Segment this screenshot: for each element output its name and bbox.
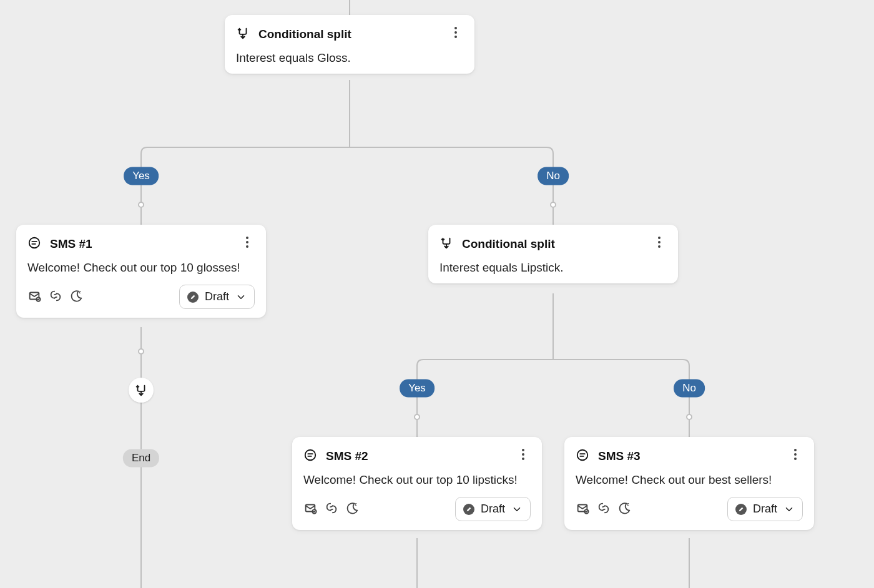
more-icon <box>794 449 797 460</box>
quiet-hours-icon[interactable]: z <box>618 501 632 517</box>
more-options-button[interactable] <box>649 232 669 252</box>
node-port[interactable] <box>138 202 144 208</box>
conditional-split-card[interactable]: Conditional split Interest equals Lipsti… <box>428 225 678 283</box>
svg-text:z: z <box>79 290 81 294</box>
chevron-down-icon <box>783 504 795 515</box>
card-condition-text: Interest equals Gloss. <box>236 51 463 65</box>
quiet-hours-icon[interactable]: z <box>70 289 84 305</box>
split-icon <box>439 236 453 252</box>
status-select[interactable]: Draft <box>179 285 255 309</box>
svg-text:z: z <box>627 502 629 506</box>
quiet-hours-icon[interactable]: z <box>346 501 360 517</box>
more-icon <box>246 237 248 248</box>
chevron-down-icon <box>235 292 247 303</box>
smart-sending-icon[interactable] <box>27 289 41 305</box>
card-message-text: Welcome! Check out our best sellers! <box>576 473 803 487</box>
node-port[interactable] <box>138 348 144 355</box>
split-icon <box>236 26 250 42</box>
more-options-button[interactable] <box>785 444 805 464</box>
sms-icon <box>576 448 589 464</box>
flow-canvas[interactable]: .wire{fill:none;stroke:#bfbfbf;stroke-wi… <box>0 0 874 588</box>
status-label: Draft <box>205 290 229 303</box>
card-title: SMS #2 <box>326 449 368 463</box>
sms-icon <box>303 448 317 464</box>
split-icon <box>134 383 148 397</box>
card-message-text: Welcome! Check out our top 10 lipsticks! <box>303 473 531 487</box>
add-node-button[interactable] <box>129 378 154 403</box>
sms-card[interactable]: SMS #3 Welcome! Check out our best selle… <box>564 437 814 530</box>
utm-tracking-icon[interactable] <box>325 501 338 517</box>
more-options-button[interactable] <box>513 444 533 464</box>
draft-status-icon <box>735 504 747 515</box>
utm-tracking-icon[interactable] <box>597 501 611 517</box>
branch-pill-yes: Yes <box>124 167 159 185</box>
card-title: Conditional split <box>462 237 555 251</box>
svg-point-18 <box>577 450 588 461</box>
smart-sending-icon[interactable] <box>576 501 589 517</box>
more-options-button[interactable] <box>237 232 257 252</box>
node-port[interactable] <box>686 414 692 420</box>
branch-pill-yes: Yes <box>400 380 435 398</box>
card-condition-text: Interest equals Lipstick. <box>439 261 667 275</box>
more-icon <box>454 27 457 38</box>
sms-icon <box>27 236 41 252</box>
card-title: Conditional split <box>258 27 351 41</box>
svg-point-6 <box>29 238 40 248</box>
draft-status-icon <box>463 504 474 515</box>
branch-pill-no: No <box>538 167 569 185</box>
conditional-split-card[interactable]: Conditional split Interest equals Gloss. <box>225 15 474 74</box>
node-port[interactable] <box>414 414 420 420</box>
card-message-text: Welcome! Check out our top 10 glosses! <box>27 261 255 275</box>
more-icon <box>658 237 660 248</box>
sms-card[interactable]: SMS #1 Welcome! Check out our top 10 glo… <box>16 225 266 318</box>
branch-pill-no: No <box>674 380 705 398</box>
more-options-button[interactable] <box>446 22 466 42</box>
chevron-down-icon <box>511 504 523 515</box>
smart-sending-icon[interactable] <box>303 501 317 517</box>
end-pill: End <box>123 449 159 468</box>
sms-card[interactable]: SMS #2 Welcome! Check out our top 10 lip… <box>292 437 542 530</box>
status-label: Draft <box>481 502 505 516</box>
svg-text:z: z <box>355 502 357 506</box>
card-title: SMS #1 <box>50 237 92 251</box>
status-label: Draft <box>753 502 777 516</box>
draft-status-icon <box>187 292 199 303</box>
card-title: SMS #3 <box>598 449 641 463</box>
svg-point-12 <box>305 450 316 461</box>
status-select[interactable]: Draft <box>455 497 531 521</box>
more-icon <box>522 449 524 460</box>
status-select[interactable]: Draft <box>727 497 803 521</box>
utm-tracking-icon[interactable] <box>49 289 62 305</box>
node-port[interactable] <box>550 202 556 208</box>
